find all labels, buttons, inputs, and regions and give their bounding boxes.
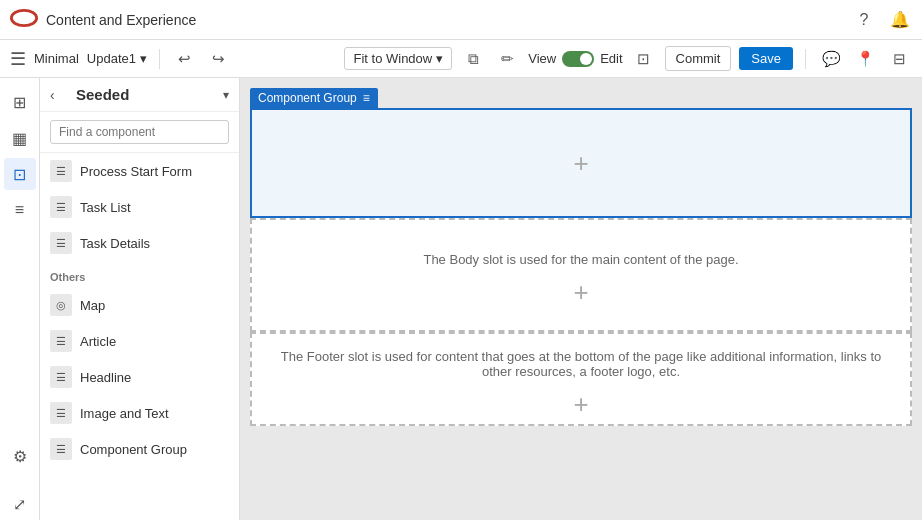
separator-2	[805, 49, 806, 69]
save-button[interactable]: Save	[739, 47, 793, 70]
sidebar-item-label: Task Details	[80, 236, 150, 251]
sidebar-item-label: Map	[80, 298, 105, 313]
hamburger-icon[interactable]: ☰	[10, 48, 26, 70]
sidebar-item-headline[interactable]: ☰ Headline	[40, 359, 239, 395]
canvas-area: Component Group ≡ + The Body slot is use…	[240, 78, 922, 520]
view-toggle: View Edit	[528, 51, 622, 67]
comment-icon[interactable]: 💬	[818, 46, 844, 72]
task-details-icon: ☰	[50, 232, 72, 254]
sidebar-item-map[interactable]: ◎ Map	[40, 287, 239, 323]
app-title: Content and Experience	[46, 12, 844, 28]
location-icon[interactable]: 📍	[852, 46, 878, 72]
components-icon[interactable]: ⊡	[4, 158, 36, 190]
main-area: ⊞ ▦ ⊡ ≡ ⚙ ⤢ ‹ Seeded ▾ ☰ Process Start F…	[0, 78, 922, 520]
svg-point-0	[11, 10, 36, 25]
update-dropdown[interactable]: Update1 ▾	[87, 51, 147, 66]
topbar: Content and Experience ? 🔔	[0, 0, 922, 40]
article-icon: ☰	[50, 330, 72, 352]
body-slot-add-button[interactable]: +	[573, 277, 588, 308]
component-group-label: Component Group	[258, 91, 357, 105]
sidebar-item-article[interactable]: ☰ Article	[40, 323, 239, 359]
sidebar-item-process-start-form[interactable]: ☰ Process Start Form	[40, 153, 239, 189]
layout-icon[interactable]: ▦	[4, 122, 36, 154]
mode-label: Minimal	[34, 51, 79, 66]
toolbar: ☰ Minimal Update1 ▾ ↩ ↪ Fit to Window ▾ …	[0, 40, 922, 78]
process-start-form-icon: ☰	[50, 160, 72, 182]
task-list-icon: ☰	[50, 196, 72, 218]
redo-icon[interactable]: ↪	[206, 46, 232, 72]
pen-icon[interactable]: ✏	[494, 46, 520, 72]
toolbar-right-icons: 💬 📍 ⊟	[818, 46, 912, 72]
toggle-knob	[580, 53, 592, 65]
sidebar-item-label: Article	[80, 334, 116, 349]
sidebar-header: ‹ Seeded ▾	[40, 78, 239, 112]
sidebar-item-task-details[interactable]: ☰ Task Details	[40, 225, 239, 261]
headline-icon: ☰	[50, 366, 72, 388]
copy-icon[interactable]: ⧉	[460, 46, 486, 72]
content-icon[interactable]: ≡	[4, 194, 36, 226]
sidebar-title: Seeded	[76, 86, 217, 103]
fit-window-button[interactable]: Fit to Window ▾	[344, 47, 452, 70]
expand-icon[interactable]: ⤢	[4, 488, 36, 520]
others-section-label: Others	[40, 261, 239, 287]
view-toggle-switch[interactable]	[562, 51, 594, 67]
chevron-down-icon: ▾	[140, 51, 147, 66]
sidebar-dropdown-icon[interactable]: ▾	[223, 88, 229, 102]
chevron-down-icon: ▾	[436, 51, 443, 66]
component-group-icon: ☰	[50, 438, 72, 460]
topbar-icons: ? 🔔	[852, 8, 912, 32]
header-slot-add-button[interactable]: +	[252, 110, 910, 216]
separator-1	[159, 49, 160, 69]
sidebar-item-task-list[interactable]: ☰ Task List	[40, 189, 239, 225]
preview-icon[interactable]: ⊡	[631, 46, 657, 72]
component-group-header: Component Group ≡	[250, 88, 378, 108]
notifications-icon[interactable]: 🔔	[888, 8, 912, 32]
component-group-menu-icon[interactable]: ≡	[363, 91, 370, 105]
footer-slot: The Footer slot is used for content that…	[250, 332, 912, 426]
header-slot: +	[250, 108, 912, 218]
image-and-text-icon: ☰	[50, 402, 72, 424]
help-icon[interactable]: ?	[852, 8, 876, 32]
sidebar-item-label: Task List	[80, 200, 131, 215]
icon-rail: ⊞ ▦ ⊡ ≡ ⚙ ⤢	[0, 78, 40, 520]
pages-icon[interactable]: ⊞	[4, 86, 36, 118]
footer-slot-add-button[interactable]: +	[573, 389, 588, 420]
sidebar-search-container	[40, 112, 239, 153]
commit-button[interactable]: Commit	[665, 46, 732, 71]
sidebar-item-label: Process Start Form	[80, 164, 192, 179]
sidebar-item-image-and-text[interactable]: ☰ Image and Text	[40, 395, 239, 431]
undo-icon[interactable]: ↩	[172, 46, 198, 72]
sidebar-item-label: Image and Text	[80, 406, 169, 421]
footer-slot-text: The Footer slot is used for content that…	[252, 339, 910, 389]
footer-slot-inner: The Footer slot is used for content that…	[252, 334, 910, 424]
sidebar-item-component-group[interactable]: ☰ Component Group	[40, 431, 239, 467]
sidebar-scroll: ☰ Process Start Form ☰ Task List ☰ Task …	[40, 153, 239, 520]
app-logo	[10, 7, 38, 32]
body-slot: The Body slot is used for the main conte…	[250, 218, 912, 332]
settings-icon[interactable]: ⚙	[4, 440, 36, 472]
sidebar-back-button[interactable]: ‹	[50, 87, 70, 103]
sidebar-item-label: Component Group	[80, 442, 187, 457]
body-slot-text: The Body slot is used for the main conte…	[403, 242, 758, 277]
search-input[interactable]	[50, 120, 229, 144]
sidebar: ‹ Seeded ▾ ☰ Process Start Form ☰ Task L…	[40, 78, 240, 520]
sidebar-item-label: Headline	[80, 370, 131, 385]
body-slot-inner: The Body slot is used for the main conte…	[252, 220, 910, 330]
map-icon: ◎	[50, 294, 72, 316]
split-view-icon[interactable]: ⊟	[886, 46, 912, 72]
